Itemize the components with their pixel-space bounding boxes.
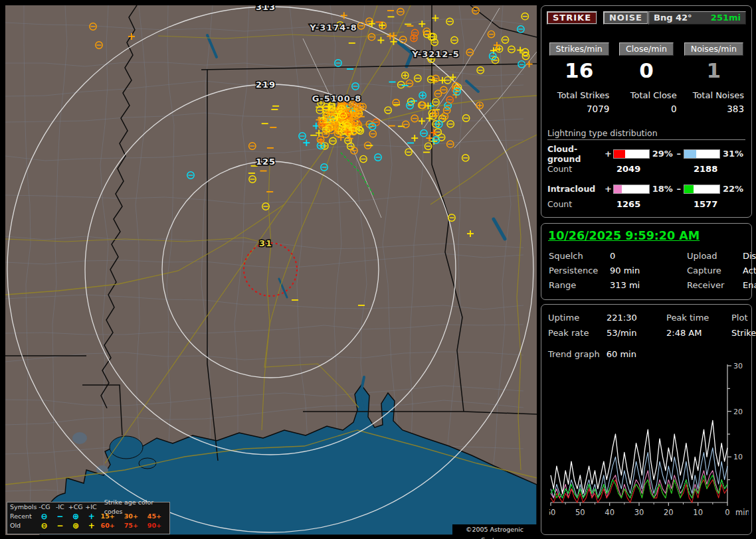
age-60: 60+ [101,521,123,530]
svg-text:40: 40 [605,508,614,517]
legend-col-pos-cg: +CG [68,502,83,512]
bearing-distance: 251mi [711,13,741,23]
intracloud-count-row: Count 1265 1577 [547,199,745,209]
close-per-min-column: Close/min 0 Total Close 0 [613,42,680,114]
trend-window-value: 60 min [607,349,636,359]
uptime-value: 221:30 [607,313,666,323]
cloud-ground-label: Cloud-ground [547,144,605,164]
plus-sign: + [605,149,613,159]
cloud-ground-row: Cloud-ground + 29% – 31% [547,147,745,160]
svg-text:30: 30 [634,508,644,517]
range-value: 313 mi [610,280,687,290]
cg-positive-bar [613,149,650,159]
cloud-ground-count-row: Count 2049 2188 [547,164,745,174]
peak-time-value: 2:48 AM [666,328,731,338]
close-per-min-value: 0 [616,59,676,82]
uptime-label: Uptime [548,313,607,323]
svg-text:31: 31 [259,238,272,248]
total-strikes-label: Total Strikes [549,90,609,100]
ic-negative-bar [684,185,720,194]
svg-text:10: 10 [693,508,703,517]
plot-label: Plot [731,313,756,323]
lightning-map[interactable]: 31321912531Y-3174-8Y-3212-5G-5100-8 Symb… [5,5,537,535]
total-noises-value: 383 [684,104,744,114]
bearing-indicator: Bng 42° 251mi [648,11,746,25]
trend-graph-chart: 1020306050403020100min [549,362,749,529]
bearing-value: Bng 42° [654,13,692,23]
plus-icon: + [84,521,100,530]
plot-mode-value: Strike [731,328,756,338]
legend-recent-label: Recent [10,512,37,521]
legend-row-recent: Recent ⊖ − ⊕ + 15+ 30+ 45+ [7,512,169,521]
legend-header-row: Symbols -CG -IC +CG +IC Strike age color… [7,502,169,512]
legend-col-pos-ic: +IC [83,502,98,512]
capture-label: Capture [687,266,743,275]
map-legend: Symbols -CG -IC +CG +IC Strike age color… [7,502,170,534]
total-strikes-value: 7079 [549,104,609,114]
age-75: 75+ [124,521,146,530]
total-noises-label: Total Noises [684,90,744,100]
trend-graph-label: Trend graph [548,349,600,359]
trend-graph-header: Trend graph 60 min [548,349,747,359]
cg-negative-bar [684,149,720,159]
squelch-value: 0 [610,251,687,261]
peak-rate-value: 53/min [607,328,666,338]
count-label: Count [547,164,609,174]
count-label: Count [547,199,609,209]
svg-text:G-5100-8: G-5100-8 [312,94,362,104]
svg-text:min: min [735,508,749,517]
noise-mode-button[interactable]: NOISE [603,11,648,25]
stats-panel: STRIKE NOISE Bng 42° 251mi Strikes/min 1… [541,5,752,218]
receiver-status: Enabled [743,280,756,290]
map-canvas[interactable]: 31321912531Y-3174-8Y-3212-5G-5100-8 [5,5,537,535]
cg-negative-percent: 31% [723,149,745,159]
strike-mode-button[interactable]: STRIKE [547,11,597,25]
peak-rate-label: Peak rate [548,328,607,338]
intracloud-row: Intracloud + 18% – 22% [547,183,745,195]
range-label: Range [549,280,610,290]
age-30: 30+ [124,512,146,521]
ic-positive-count: 1265 [609,199,687,209]
upload-status: Disabled [743,251,756,261]
plus-icon: + [84,512,100,521]
strikes-per-min-label[interactable]: Strikes/min [549,42,609,56]
close-per-min-label[interactable]: Close/min [619,42,674,56]
lightning-distribution: Lightning type distribution Cloud-ground… [547,128,745,209]
plus-sign: + [605,184,613,194]
age-45: 45+ [147,512,169,521]
capture-status: Active [743,266,756,275]
svg-text:20: 20 [733,408,743,416]
legend-symbols-header: Symbols [10,502,37,512]
squelch-label: Squelch [549,251,610,261]
ic-negative-count: 1577 [687,199,717,209]
persistence-label: Persistence [549,266,610,275]
strikes-per-min-value: 16 [549,59,609,82]
age-15: 15+ [101,512,123,521]
circle-minus-icon: ⊖ [37,512,52,521]
svg-text:50: 50 [575,508,585,517]
peak-time-label: Peak time [666,313,731,323]
circle-plus-icon: ⊕ [68,521,84,530]
cg-positive-count: 2049 [609,164,687,174]
receiver-label: Receiver [687,280,743,290]
minus-sign: – [675,149,683,159]
svg-text:20: 20 [664,508,674,517]
trend-panel: Uptime 221:30 Peak time Plot Peak rate 5… [541,304,752,535]
legend-col-neg-ic: -IC [52,502,68,512]
svg-text:Y-3174-8: Y-3174-8 [309,23,357,33]
session-grid: Uptime 221:30 Peak time Plot Peak rate 5… [548,313,747,338]
rates-row: Strikes/min 16 Total Strikes 7079 Close/… [541,42,751,114]
persistence-value: 90 min [610,266,687,275]
svg-text:Y-3212-5: Y-3212-5 [411,49,460,59]
datetime-display: 10/26/2025 9:59:20 AM [548,229,745,242]
svg-text:313: 313 [256,5,276,12]
status-grid: Squelch 0 Upload Disabled Persistence 90… [548,251,745,290]
app-window: 31321912531Y-3174-8Y-3212-5G-5100-8 Symb… [0,0,756,539]
legend-old-label: Old [10,521,37,530]
noises-per-min-value: 1 [684,59,744,82]
noises-per-min-column: Noises/min 1 Total Noises 383 [680,42,747,114]
copyright-text: ©2005 Astrogenic Systems [452,524,537,535]
cg-positive-percent: 29% [652,149,675,159]
noises-per-min-label[interactable]: Noises/min [684,42,743,56]
distribution-title: Lightning type distribution [547,128,745,140]
